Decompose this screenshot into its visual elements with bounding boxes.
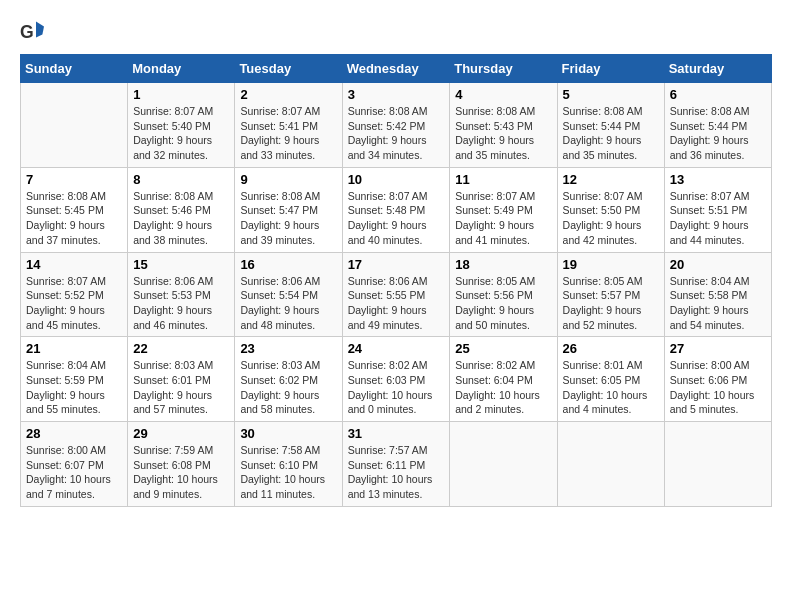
day-number: 29 [133,426,229,441]
day-info: Sunrise: 8:06 AMSunset: 5:53 PMDaylight:… [133,274,229,333]
day-number: 1 [133,87,229,102]
day-info: Sunrise: 8:00 AMSunset: 6:07 PMDaylight:… [26,443,122,502]
day-number: 13 [670,172,766,187]
calendar-cell: 29Sunrise: 7:59 AMSunset: 6:08 PMDayligh… [128,422,235,507]
day-info: Sunrise: 8:07 AMSunset: 5:52 PMDaylight:… [26,274,122,333]
day-number: 15 [133,257,229,272]
calendar-cell: 16Sunrise: 8:06 AMSunset: 5:54 PMDayligh… [235,252,342,337]
day-info: Sunrise: 8:08 AMSunset: 5:45 PMDaylight:… [26,189,122,248]
day-info: Sunrise: 8:03 AMSunset: 6:02 PMDaylight:… [240,358,336,417]
calendar-cell: 23Sunrise: 8:03 AMSunset: 6:02 PMDayligh… [235,337,342,422]
column-header-sunday: Sunday [21,55,128,83]
day-number: 18 [455,257,551,272]
day-number: 20 [670,257,766,272]
day-info: Sunrise: 7:58 AMSunset: 6:10 PMDaylight:… [240,443,336,502]
logo: G [20,20,48,44]
day-number: 2 [240,87,336,102]
column-header-thursday: Thursday [450,55,557,83]
calendar-header-row: SundayMondayTuesdayWednesdayThursdayFrid… [21,55,772,83]
day-number: 25 [455,341,551,356]
day-info: Sunrise: 8:07 AMSunset: 5:48 PMDaylight:… [348,189,445,248]
calendar-cell: 6Sunrise: 8:08 AMSunset: 5:44 PMDaylight… [664,83,771,168]
calendar-week-row: 1Sunrise: 8:07 AMSunset: 5:40 PMDaylight… [21,83,772,168]
day-number: 31 [348,426,445,441]
calendar-cell [450,422,557,507]
calendar-cell: 18Sunrise: 8:05 AMSunset: 5:56 PMDayligh… [450,252,557,337]
calendar-cell [557,422,664,507]
day-number: 17 [348,257,445,272]
day-number: 3 [348,87,445,102]
day-info: Sunrise: 8:07 AMSunset: 5:40 PMDaylight:… [133,104,229,163]
day-info: Sunrise: 8:06 AMSunset: 5:55 PMDaylight:… [348,274,445,333]
calendar-cell: 10Sunrise: 8:07 AMSunset: 5:48 PMDayligh… [342,167,450,252]
day-number: 22 [133,341,229,356]
calendar-cell: 8Sunrise: 8:08 AMSunset: 5:46 PMDaylight… [128,167,235,252]
calendar-table: SundayMondayTuesdayWednesdayThursdayFrid… [20,54,772,507]
calendar-week-row: 14Sunrise: 8:07 AMSunset: 5:52 PMDayligh… [21,252,772,337]
calendar-cell: 30Sunrise: 7:58 AMSunset: 6:10 PMDayligh… [235,422,342,507]
calendar-cell: 5Sunrise: 8:08 AMSunset: 5:44 PMDaylight… [557,83,664,168]
day-number: 27 [670,341,766,356]
calendar-cell: 19Sunrise: 8:05 AMSunset: 5:57 PMDayligh… [557,252,664,337]
day-info: Sunrise: 8:08 AMSunset: 5:44 PMDaylight:… [670,104,766,163]
day-number: 8 [133,172,229,187]
day-info: Sunrise: 8:04 AMSunset: 5:59 PMDaylight:… [26,358,122,417]
svg-marker-1 [36,22,44,38]
calendar-cell: 21Sunrise: 8:04 AMSunset: 5:59 PMDayligh… [21,337,128,422]
day-info: Sunrise: 8:08 AMSunset: 5:42 PMDaylight:… [348,104,445,163]
day-number: 9 [240,172,336,187]
calendar-week-row: 7Sunrise: 8:08 AMSunset: 5:45 PMDaylight… [21,167,772,252]
calendar-week-row: 28Sunrise: 8:00 AMSunset: 6:07 PMDayligh… [21,422,772,507]
calendar-cell: 28Sunrise: 8:00 AMSunset: 6:07 PMDayligh… [21,422,128,507]
day-info: Sunrise: 8:02 AMSunset: 6:04 PMDaylight:… [455,358,551,417]
calendar-cell: 13Sunrise: 8:07 AMSunset: 5:51 PMDayligh… [664,167,771,252]
calendar-cell: 1Sunrise: 8:07 AMSunset: 5:40 PMDaylight… [128,83,235,168]
calendar-cell: 27Sunrise: 8:00 AMSunset: 6:06 PMDayligh… [664,337,771,422]
column-header-tuesday: Tuesday [235,55,342,83]
day-number: 30 [240,426,336,441]
calendar-cell: 2Sunrise: 8:07 AMSunset: 5:41 PMDaylight… [235,83,342,168]
day-number: 11 [455,172,551,187]
calendar-cell: 20Sunrise: 8:04 AMSunset: 5:58 PMDayligh… [664,252,771,337]
day-number: 4 [455,87,551,102]
day-info: Sunrise: 7:59 AMSunset: 6:08 PMDaylight:… [133,443,229,502]
calendar-cell: 17Sunrise: 8:06 AMSunset: 5:55 PMDayligh… [342,252,450,337]
day-info: Sunrise: 8:05 AMSunset: 5:56 PMDaylight:… [455,274,551,333]
calendar-cell: 4Sunrise: 8:08 AMSunset: 5:43 PMDaylight… [450,83,557,168]
calendar-cell: 3Sunrise: 8:08 AMSunset: 5:42 PMDaylight… [342,83,450,168]
day-info: Sunrise: 8:08 AMSunset: 5:44 PMDaylight:… [563,104,659,163]
day-info: Sunrise: 7:57 AMSunset: 6:11 PMDaylight:… [348,443,445,502]
day-number: 12 [563,172,659,187]
calendar-cell: 7Sunrise: 8:08 AMSunset: 5:45 PMDaylight… [21,167,128,252]
calendar-cell: 12Sunrise: 8:07 AMSunset: 5:50 PMDayligh… [557,167,664,252]
day-number: 19 [563,257,659,272]
day-info: Sunrise: 8:03 AMSunset: 6:01 PMDaylight:… [133,358,229,417]
day-info: Sunrise: 8:06 AMSunset: 5:54 PMDaylight:… [240,274,336,333]
column-header-wednesday: Wednesday [342,55,450,83]
day-info: Sunrise: 8:01 AMSunset: 6:05 PMDaylight:… [563,358,659,417]
day-info: Sunrise: 8:08 AMSunset: 5:46 PMDaylight:… [133,189,229,248]
calendar-cell: 22Sunrise: 8:03 AMSunset: 6:01 PMDayligh… [128,337,235,422]
day-info: Sunrise: 8:04 AMSunset: 5:58 PMDaylight:… [670,274,766,333]
day-number: 14 [26,257,122,272]
calendar-cell [21,83,128,168]
day-info: Sunrise: 8:08 AMSunset: 5:43 PMDaylight:… [455,104,551,163]
calendar-cell: 15Sunrise: 8:06 AMSunset: 5:53 PMDayligh… [128,252,235,337]
day-info: Sunrise: 8:07 AMSunset: 5:51 PMDaylight:… [670,189,766,248]
day-info: Sunrise: 8:07 AMSunset: 5:50 PMDaylight:… [563,189,659,248]
calendar-cell: 31Sunrise: 7:57 AMSunset: 6:11 PMDayligh… [342,422,450,507]
day-number: 28 [26,426,122,441]
day-number: 10 [348,172,445,187]
calendar-cell: 26Sunrise: 8:01 AMSunset: 6:05 PMDayligh… [557,337,664,422]
day-number: 5 [563,87,659,102]
day-number: 24 [348,341,445,356]
day-number: 23 [240,341,336,356]
day-number: 7 [26,172,122,187]
day-number: 21 [26,341,122,356]
column-header-monday: Monday [128,55,235,83]
calendar-cell: 14Sunrise: 8:07 AMSunset: 5:52 PMDayligh… [21,252,128,337]
calendar-cell: 25Sunrise: 8:02 AMSunset: 6:04 PMDayligh… [450,337,557,422]
logo-icon: G [20,20,44,44]
column-header-friday: Friday [557,55,664,83]
calendar-cell [664,422,771,507]
